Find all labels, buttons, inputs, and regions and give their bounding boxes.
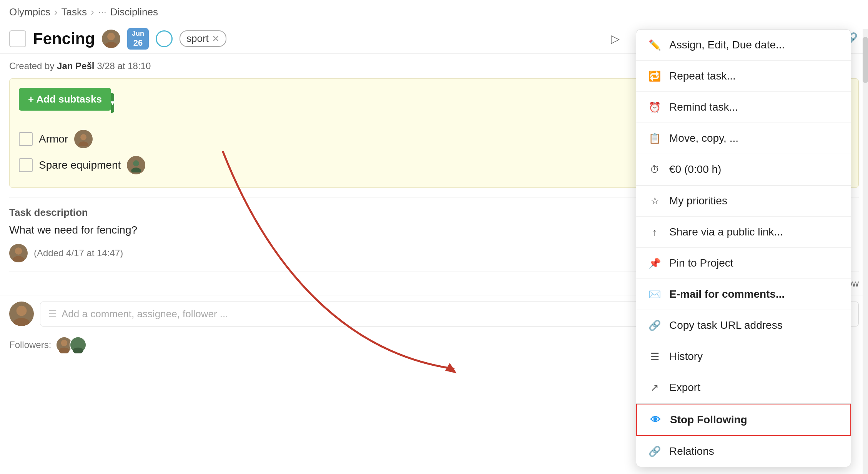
- menu-item-move[interactable]: 📋 Move, copy, ...: [636, 123, 851, 154]
- remind-icon: ⏰: [648, 100, 662, 114]
- add-subtasks-button[interactable]: + Add subtasks: [19, 88, 111, 111]
- scrollbar-track[interactable]: [863, 29, 868, 474]
- copy-url-icon: 🔗: [648, 318, 662, 332]
- status-circle[interactable]: [156, 30, 173, 47]
- menu-item-relations[interactable]: 🔗 Relations: [636, 436, 851, 467]
- breadcrumb-disciplines: Disciplines: [110, 6, 158, 18]
- subtask-spare-label: Spare equipment: [39, 159, 121, 171]
- subtask-spare-checkbox[interactable]: [19, 158, 33, 172]
- move-icon: 📋: [648, 131, 662, 145]
- commenter-avatar: [9, 244, 28, 262]
- breadcrumb-dots[interactable]: ⋯: [98, 7, 106, 17]
- svg-point-8: [17, 306, 27, 316]
- svg-point-11: [59, 348, 70, 353]
- menu-item-time[interactable]: ⏱ €0 (0:00 h): [636, 154, 851, 186]
- menu-item-assign[interactable]: ✏️ Assign, Edit, Due date...: [636, 30, 851, 61]
- menu-item-time-label: €0 (0:00 h): [669, 163, 721, 176]
- task-checkbox[interactable]: [9, 30, 26, 47]
- subtask-armor-label: Armor: [39, 133, 68, 145]
- svg-point-3: [79, 141, 88, 146]
- following-eye-icon: 👁: [649, 413, 662, 427]
- menu-item-pin[interactable]: 📌 Pin to Project: [636, 248, 851, 279]
- menu-item-email[interactable]: ✉️ E-mail for comments...: [636, 279, 851, 310]
- history-icon: ☰: [648, 350, 662, 363]
- svg-point-1: [105, 42, 117, 48]
- task-assignee-avatar: [102, 30, 120, 48]
- export-icon: ↗: [648, 381, 662, 394]
- svg-point-7: [13, 256, 24, 262]
- tag-badge[interactable]: sport ✕: [180, 30, 226, 47]
- menu-item-share[interactable]: ↑ Share via a public link...: [636, 217, 851, 248]
- menu-item-email-label: E-mail for comments...: [669, 288, 785, 300]
- menu-item-relations-label: Relations: [669, 445, 714, 457]
- scrollbar-thumb[interactable]: [863, 37, 868, 83]
- menu-item-move-label: Move, copy, ...: [669, 132, 738, 144]
- menu-item-stop-following-label: Stop Following: [670, 414, 747, 426]
- menu-item-history[interactable]: ☰ History: [636, 341, 851, 372]
- pin-icon: 📌: [648, 256, 662, 270]
- follower-avatars: [56, 336, 86, 353]
- svg-point-5: [131, 167, 141, 172]
- email-icon: ✉️: [648, 287, 662, 301]
- menu-item-history-label: History: [669, 350, 703, 363]
- subtask-armor-avatar: [74, 130, 93, 148]
- breadcrumb-sep-1: ›: [54, 6, 58, 18]
- svg-point-10: [61, 340, 68, 346]
- time-icon: ⏱: [648, 162, 662, 176]
- comment-icon: ☰: [48, 308, 57, 320]
- task-title: Fencing: [33, 30, 95, 48]
- subtask-armor-checkbox[interactable]: [19, 132, 33, 146]
- svg-marker-14: [445, 363, 457, 373]
- creator-name: Jan Pešl: [57, 61, 94, 71]
- menu-item-copy-url-label: Copy task URL address: [669, 319, 783, 331]
- play-icon[interactable]: ▷: [607, 30, 624, 47]
- menu-item-priorities-label: My priorities: [669, 195, 727, 207]
- user-avatar: [9, 302, 34, 326]
- menu-item-stop-following[interactable]: 👁 Stop Following: [636, 404, 851, 436]
- add-subtasks-dropdown[interactable]: ▼: [111, 93, 114, 113]
- relations-icon: 🔗: [648, 444, 662, 458]
- follower-avatar-2: [70, 336, 86, 353]
- followers-label: Followers:: [9, 340, 51, 350]
- menu-item-remind-label: Remind task...: [669, 101, 738, 113]
- context-menu: ✏️ Assign, Edit, Due date... 🔁 Repeat ta…: [636, 29, 851, 467]
- svg-point-4: [133, 160, 139, 166]
- menu-item-share-label: Share via a public link...: [669, 226, 783, 238]
- svg-point-9: [13, 318, 30, 326]
- menu-item-assign-label: Assign, Edit, Due date...: [669, 39, 785, 51]
- due-date-badge[interactable]: Jun 26: [127, 28, 149, 50]
- menu-item-copy-url[interactable]: 🔗 Copy task URL address: [636, 310, 851, 341]
- comment-placeholder: Add a comment, assignee, follower ...: [62, 308, 228, 320]
- breadcrumb: Olympics › Tasks › ⋯ Disciplines: [0, 0, 868, 24]
- assign-icon: ✏️: [648, 38, 662, 52]
- svg-point-0: [107, 33, 115, 40]
- breadcrumb-olympics[interactable]: Olympics: [9, 6, 50, 18]
- svg-point-12: [75, 340, 81, 346]
- svg-point-2: [80, 134, 86, 140]
- tag-label: sport: [186, 33, 209, 45]
- menu-item-repeat-label: Repeat task...: [669, 70, 736, 82]
- add-subtasks-label: + Add subtasks: [28, 93, 102, 105]
- svg-point-6: [15, 247, 22, 254]
- menu-item-export[interactable]: ↗ Export: [636, 372, 851, 404]
- svg-point-13: [73, 348, 83, 353]
- breadcrumb-tasks[interactable]: Tasks: [62, 6, 87, 18]
- menu-item-remind[interactable]: ⏰ Remind task...: [636, 92, 851, 123]
- menu-item-pin-label: Pin to Project: [669, 257, 733, 269]
- share-icon: ↑: [648, 225, 662, 239]
- breadcrumb-sep-2: ›: [91, 6, 94, 18]
- menu-item-repeat[interactable]: 🔁 Repeat task...: [636, 61, 851, 92]
- subtask-spare-avatar: [127, 156, 145, 174]
- tag-remove-icon[interactable]: ✕: [212, 33, 219, 44]
- star-menu-icon: ☆: [648, 194, 662, 208]
- menu-item-priorities[interactable]: ☆ My priorities: [636, 186, 851, 217]
- repeat-icon: 🔁: [648, 69, 662, 83]
- comment-added-text: (Added 4/17 at 14:47): [34, 248, 123, 259]
- created-at: 3/28 at 18:10: [97, 61, 151, 71]
- menu-item-export-label: Export: [669, 381, 700, 394]
